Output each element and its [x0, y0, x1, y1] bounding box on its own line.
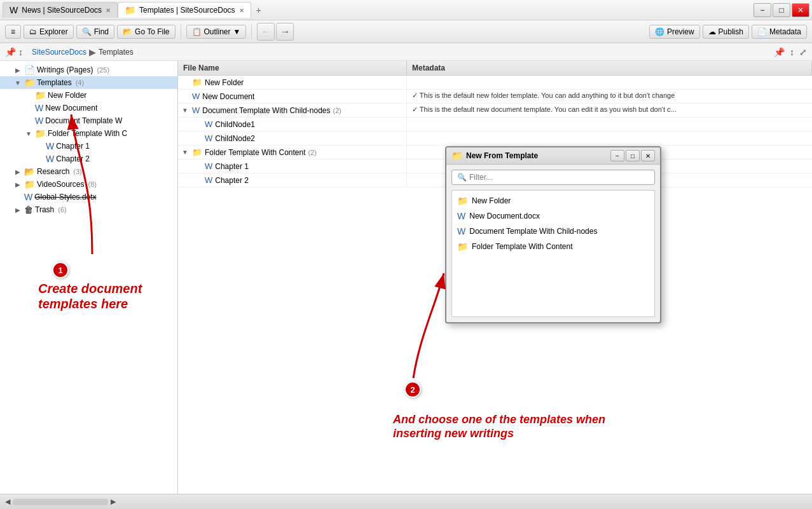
find-button[interactable]: 🔍 Find [76, 25, 114, 39]
templates-toggle[interactable]: ▼ [13, 79, 22, 86]
dialog-maximize[interactable]: □ [626, 150, 640, 161]
explorer-icon: 🗂 [29, 27, 37, 36]
research-toggle[interactable]: ▶ [13, 168, 22, 175]
breadcrumb: SiteSourceDocs ▶ Templates [32, 47, 770, 57]
toolbar-separator-2 [251, 24, 252, 39]
chapter1-icon: W [46, 141, 54, 151]
bc-sort-right-icon[interactable]: ↕ [790, 47, 794, 57]
row-icon: W [192, 105, 200, 115]
writings-label: Writings (Pages) [37, 65, 93, 74]
tab-news-close[interactable]: ✕ [106, 7, 111, 14]
row-meta [407, 76, 812, 79]
writings-toggle[interactable]: ▶ [13, 67, 22, 74]
breadcrumb-actions: 📌 ↕ [5, 47, 23, 57]
row-label: New Document [202, 92, 254, 101]
folder-template-toggle[interactable]: ▼ [24, 130, 33, 137]
writings-count: (25) [97, 66, 109, 74]
sort-icon[interactable]: ↕ [18, 47, 23, 57]
tab-news-icon: W [10, 5, 18, 15]
dialog-close[interactable]: ✕ [641, 150, 655, 161]
close-window-button[interactable]: ✕ [792, 3, 809, 17]
sidebar-item-new-document[interactable]: W New Document [0, 102, 177, 114]
goto-button[interactable]: 📂 Go To File [117, 25, 175, 39]
trash-label: Trash [35, 205, 54, 214]
status-bar: ◀ ▶ [0, 494, 812, 509]
research-count: (3) [73, 168, 81, 175]
filter-input[interactable] [469, 173, 649, 182]
dialog-item-doc-template[interactable]: W Document Template With Child-nodes [452, 224, 654, 239]
tab-templates[interactable]: 📁 Templates | SiteSourceDocs ✕ [118, 2, 251, 18]
dialog-item-new-folder[interactable]: 📁 New Folder [452, 193, 654, 208]
sidebar-item-new-folder[interactable]: 📁 New Folder [0, 89, 177, 102]
file-row-doc-template[interactable]: ▼ W Document Template With Child-nodes (… [178, 104, 812, 118]
file-row-childnode2[interactable]: W ChildNode2 [178, 132, 812, 146]
sidebar-item-videosources[interactable]: ▶ 📁 VideoSources (8) [0, 178, 177, 191]
metadata-button[interactable]: 📄 Metadata [752, 25, 807, 39]
tab-news[interactable]: W News | SiteSourceDocs ✕ [3, 2, 118, 18]
file-row-childnode1[interactable]: W ChildNode1 [178, 118, 812, 132]
dialog-item-folder-template[interactable]: 📁 Folder Template With Content [452, 239, 654, 254]
dialog-item-folder-template-icon: 📁 [457, 241, 468, 252]
scroll-right-icon[interactable]: ▶ [111, 498, 116, 506]
outliner-button[interactable]: 📋 Outliner ▼ [186, 25, 247, 39]
row-icon: W [205, 133, 212, 143]
sidebar-item-folder-template[interactable]: ▼ 📁 Folder Template With C [0, 127, 177, 140]
dialog-titlebar: 📁 New From Template − □ ✕ [446, 147, 660, 165]
row-toggle[interactable]: ▼ [181, 149, 189, 156]
trash-count: (6) [58, 206, 66, 214]
sidebar-item-chapter1[interactable]: W Chapter 1 [0, 140, 177, 153]
video-toggle[interactable]: ▶ [13, 181, 22, 188]
sidebar-item-chapter2[interactable]: W Chapter 2 [0, 153, 177, 165]
dialog-title: New From Template [466, 151, 610, 160]
sidebar-item-writings[interactable]: ▶ 📄 Writings (Pages) (25) [0, 64, 177, 76]
back-button[interactable]: ← [257, 23, 275, 41]
dialog-item-new-document[interactable]: W New Document.docx [452, 208, 654, 224]
row-label: Document Template With Child-nodes [202, 106, 330, 115]
row-toggle[interactable]: ▼ [181, 107, 189, 114]
row-icon: W [205, 161, 212, 171]
pin-icon[interactable]: 📌 [5, 47, 16, 57]
dialog-item-label: Document Template With Child-nodes [469, 227, 597, 236]
bc-pin-right-icon[interactable]: 📌 [774, 47, 785, 57]
forward-button[interactable]: → [276, 23, 294, 41]
filter-search-icon: 🔍 [457, 173, 467, 182]
chapter2-label: Chapter 2 [56, 154, 90, 163]
bc-expand-icon[interactable]: ⤢ [799, 47, 807, 57]
sidebar-item-trash[interactable]: ▶ 🗑 Trash (6) [0, 203, 177, 216]
metadata-icon: 📄 [757, 27, 767, 36]
sidebar: ▶ 📄 Writings (Pages) (25) ▼ 📁 Templates … [0, 61, 178, 494]
preview-button[interactable]: 🌐 Preview [649, 25, 700, 39]
sidebar-item-templates[interactable]: ▼ 📁 Templates (4) [0, 76, 177, 89]
breadcrumb-site[interactable]: SiteSourceDocs [32, 48, 86, 57]
new-doc-icon: W [35, 103, 43, 113]
sidebar-item-global-styles[interactable]: W Global-Styles.dotx [0, 191, 177, 203]
menu-button[interactable]: ≡ [5, 25, 21, 39]
scroll-left-icon[interactable]: ◀ [5, 498, 10, 506]
doc-template-label: Document Template W [45, 116, 122, 125]
sidebar-item-doc-template[interactable]: W Document Template W [0, 114, 177, 127]
row-count: (2) [333, 107, 341, 114]
minimize-button[interactable]: − [754, 3, 771, 17]
file-header: File Name Metadata [178, 61, 812, 76]
file-row-new-document[interactable]: W New Document ✓ This is the default new… [178, 90, 812, 104]
dialog-item-folder-icon: 📁 [457, 196, 468, 206]
folder-template-label: Folder Template With C [48, 129, 127, 138]
video-count: (8) [88, 180, 97, 188]
file-row-new-folder[interactable]: 📁 New Folder [178, 76, 812, 90]
sidebar-item-research[interactable]: ▶ 📂 Research (3) [0, 165, 177, 178]
breadcrumb-current: Templates [99, 48, 134, 57]
filter-container: 🔍 [451, 170, 655, 185]
explorer-button[interactable]: 🗂 Explorer [24, 25, 74, 39]
templates-count: (4) [76, 79, 84, 86]
new-folder-label: New Folder [48, 91, 86, 100]
row-label: ChildNode2 [215, 134, 255, 143]
dialog-item-label: Folder Template With Content [472, 242, 573, 251]
trash-toggle[interactable]: ▶ [13, 207, 22, 214]
dialog-item-doc-template-icon: W [457, 226, 465, 236]
toolbar-separator-1 [181, 24, 181, 39]
new-tab-button[interactable]: + [251, 4, 266, 17]
maximize-button[interactable]: □ [773, 3, 790, 17]
tab-templates-close[interactable]: ✕ [239, 7, 244, 14]
publish-button[interactable]: ☁ Publish [703, 25, 749, 39]
dialog-minimize[interactable]: − [610, 150, 624, 161]
